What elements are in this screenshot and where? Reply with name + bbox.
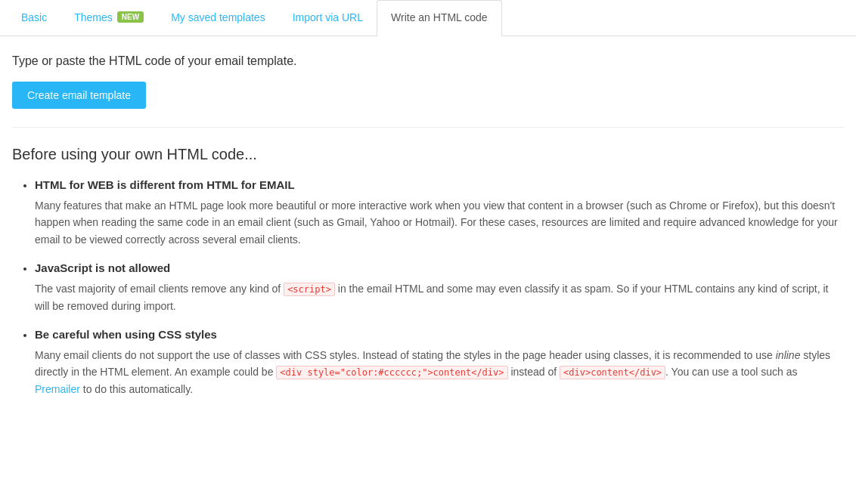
tab-html-code[interactable]: Write an HTML code [377,0,502,36]
tab-html-label: Write an HTML code [391,11,488,23]
list-item: HTML for WEB is different from HTML for … [35,178,844,248]
tab-themes[interactable]: Themes NEW [60,0,157,36]
list-item: JavaScript is not allowed The vast major… [35,261,844,314]
bullet-3-text4: . You can use a tool such as [665,366,797,378]
bullet-3-italic: inline [776,349,801,361]
list-item: Be careful when using CSS styles Many em… [35,328,844,397]
tab-import-label: Import via URL [293,11,363,23]
bullet-3-text: Many email clients do not support the us… [35,347,844,397]
tab-saved-label: My saved templates [171,11,265,23]
bullet-2-text: The vast majority of email clients remov… [35,280,844,314]
bullet-3-text5: to do this automatically. [80,383,193,395]
page-description: Type or paste the HTML code of your emai… [12,54,844,68]
main-content: Type or paste the HTML code of your emai… [0,36,856,429]
tab-themes-label: Themes [74,11,113,23]
create-email-template-button[interactable]: Create email template [12,82,146,109]
bullet-2-title: JavaScript is not allowed [35,261,844,274]
tab-basic[interactable]: Basic [8,0,60,36]
tab-basic-label: Basic [21,11,47,23]
tab-saved-templates[interactable]: My saved templates [157,0,279,36]
bullet-3-title: Be careful when using CSS styles [35,328,844,341]
div-style-code-tag: <div style="color:#cccccc;">content</div… [276,366,507,379]
info-list: HTML for WEB is different from HTML for … [12,178,844,397]
bullet-3-text3: instead of [508,366,560,378]
tab-import-url[interactable]: Import via URL [279,0,377,36]
script-code-tag: <script> [284,283,335,296]
section-title: Before using your own HTML code... [12,146,844,163]
new-badge: NEW [117,11,144,23]
bullet-3-text1: Many email clients do not support the us… [35,349,776,361]
divider [12,127,844,128]
div-content-code-tag: <div>content</div> [560,366,665,379]
bullet-1-text: Many features that make an HTML page loo… [35,197,844,248]
bullet-1-title: HTML for WEB is different from HTML for … [35,178,844,191]
tab-bar: Basic Themes NEW My saved templates Impo… [0,0,856,36]
premailer-link[interactable]: Premailer [35,383,80,395]
bullet-2-text-before: The vast majority of email clients remov… [35,283,284,295]
